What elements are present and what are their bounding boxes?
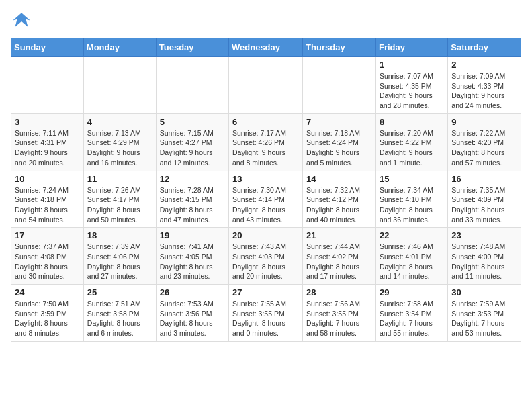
- day-of-week-header: Friday: [375, 38, 447, 57]
- calendar-cell: 20Sunrise: 7:43 AMSunset: 4:03 PMDayligh…: [229, 228, 303, 285]
- day-info: Sunrise: 7:34 AMSunset: 4:10 PMDaylight:…: [380, 185, 444, 225]
- day-info: Sunrise: 7:09 AMSunset: 4:33 PMDaylight:…: [451, 71, 517, 111]
- day-info: Sunrise: 7:30 AMSunset: 4:14 PMDaylight:…: [232, 185, 299, 225]
- day-info: Sunrise: 7:15 AMSunset: 4:27 PMDaylight:…: [160, 128, 225, 168]
- day-info: Sunrise: 7:13 AMSunset: 4:29 PMDaylight:…: [87, 128, 152, 168]
- calendar-cell: [156, 57, 228, 114]
- calendar-cell: 5Sunrise: 7:15 AMSunset: 4:27 PMDaylight…: [156, 113, 228, 171]
- calendar-cell: 29Sunrise: 7:58 AMSunset: 3:54 PMDayligh…: [375, 285, 447, 342]
- calendar-week-row: 24Sunrise: 7:50 AMSunset: 3:59 PMDayligh…: [11, 285, 521, 342]
- day-number: 2: [451, 60, 517, 70]
- day-number: 18: [87, 230, 152, 240]
- calendar-cell: 7Sunrise: 7:18 AMSunset: 4:24 PMDaylight…: [303, 113, 376, 171]
- calendar-cell: 25Sunrise: 7:51 AMSunset: 3:58 PMDayligh…: [83, 285, 156, 342]
- calendar-week-row: 3Sunrise: 7:11 AMSunset: 4:31 PMDaylight…: [11, 113, 521, 171]
- day-info: Sunrise: 7:48 AMSunset: 4:00 PMDaylight:…: [451, 242, 517, 281]
- day-info: Sunrise: 7:51 AMSunset: 3:58 PMDaylight:…: [87, 299, 152, 338]
- day-info: Sunrise: 7:43 AMSunset: 4:03 PMDaylight:…: [232, 242, 299, 281]
- calendar-body: 1Sunrise: 7:07 AMSunset: 4:35 PMDaylight…: [11, 57, 521, 342]
- day-number: 20: [232, 230, 299, 240]
- day-info: Sunrise: 7:50 AMSunset: 3:59 PMDaylight:…: [15, 299, 80, 338]
- day-info: Sunrise: 7:24 AMSunset: 4:18 PMDaylight:…: [15, 185, 80, 225]
- calendar-cell: 16Sunrise: 7:35 AMSunset: 4:09 PMDayligh…: [448, 171, 521, 228]
- day-info: Sunrise: 7:41 AMSunset: 4:05 PMDaylight:…: [160, 242, 225, 281]
- day-info: Sunrise: 7:18 AMSunset: 4:24 PMDaylight:…: [306, 128, 372, 168]
- day-number: 19: [160, 230, 225, 240]
- calendar-cell: 28Sunrise: 7:56 AMSunset: 3:55 PMDayligh…: [303, 285, 376, 342]
- day-number: 25: [87, 287, 152, 298]
- calendar-cell: 2Sunrise: 7:09 AMSunset: 4:33 PMDaylight…: [448, 57, 521, 114]
- day-info: Sunrise: 7:28 AMSunset: 4:15 PMDaylight:…: [160, 185, 225, 225]
- calendar-table: SundayMondayTuesdayWednesdayThursdayFrid…: [11, 38, 521, 342]
- logo-icon: [11, 11, 32, 32]
- calendar-cell: 13Sunrise: 7:30 AMSunset: 4:14 PMDayligh…: [229, 171, 303, 228]
- day-number: 23: [451, 230, 517, 240]
- day-number: 6: [232, 117, 299, 127]
- day-number: 15: [380, 174, 444, 184]
- calendar-week-row: 17Sunrise: 7:37 AMSunset: 4:08 PMDayligh…: [11, 228, 521, 285]
- calendar-cell: [229, 57, 303, 114]
- calendar-cell: 10Sunrise: 7:24 AMSunset: 4:18 PMDayligh…: [11, 171, 84, 228]
- calendar-cell: 3Sunrise: 7:11 AMSunset: 4:31 PMDaylight…: [11, 113, 84, 171]
- day-info: Sunrise: 7:17 AMSunset: 4:26 PMDaylight:…: [232, 128, 299, 168]
- day-number: 16: [451, 174, 517, 184]
- day-number: 28: [306, 287, 372, 298]
- day-info: Sunrise: 7:37 AMSunset: 4:08 PMDaylight:…: [15, 242, 80, 281]
- day-info: Sunrise: 7:46 AMSunset: 4:01 PMDaylight:…: [380, 242, 444, 281]
- calendar-cell: 11Sunrise: 7:26 AMSunset: 4:17 PMDayligh…: [83, 171, 156, 228]
- day-of-week-header: Monday: [83, 38, 156, 57]
- day-number: 9: [451, 117, 517, 127]
- day-number: 5: [160, 117, 225, 127]
- calendar-cell: 12Sunrise: 7:28 AMSunset: 4:15 PMDayligh…: [156, 171, 228, 228]
- calendar-cell: 4Sunrise: 7:13 AMSunset: 4:29 PMDaylight…: [83, 113, 156, 171]
- calendar-cell: 19Sunrise: 7:41 AMSunset: 4:05 PMDayligh…: [156, 228, 228, 285]
- day-info: Sunrise: 7:20 AMSunset: 4:22 PMDaylight:…: [380, 128, 444, 168]
- day-number: 21: [306, 230, 372, 240]
- day-number: 7: [306, 117, 372, 127]
- calendar-cell: 21Sunrise: 7:44 AMSunset: 4:02 PMDayligh…: [303, 228, 376, 285]
- day-number: 4: [87, 117, 152, 127]
- day-of-week-header: Thursday: [303, 38, 376, 57]
- day-info: Sunrise: 7:39 AMSunset: 4:06 PMDaylight:…: [87, 242, 152, 281]
- day-of-week-header: Wednesday: [229, 38, 303, 57]
- day-info: Sunrise: 7:53 AMSunset: 3:56 PMDaylight:…: [160, 299, 225, 338]
- calendar-cell: 26Sunrise: 7:53 AMSunset: 3:56 PMDayligh…: [156, 285, 228, 342]
- day-number: 30: [451, 287, 517, 298]
- calendar-cell: 15Sunrise: 7:34 AMSunset: 4:10 PMDayligh…: [375, 171, 447, 228]
- day-number: 11: [87, 174, 152, 184]
- day-info: Sunrise: 7:59 AMSunset: 3:53 PMDaylight:…: [451, 299, 517, 338]
- calendar-cell: 17Sunrise: 7:37 AMSunset: 4:08 PMDayligh…: [11, 228, 84, 285]
- calendar-header: SundayMondayTuesdayWednesdayThursdayFrid…: [11, 38, 521, 57]
- calendar-cell: [83, 57, 156, 114]
- day-number: 10: [15, 174, 80, 184]
- day-number: 8: [380, 117, 444, 127]
- day-info: Sunrise: 7:26 AMSunset: 4:17 PMDaylight:…: [87, 185, 152, 225]
- day-info: Sunrise: 7:58 AMSunset: 3:54 PMDaylight:…: [380, 299, 444, 338]
- day-info: Sunrise: 7:11 AMSunset: 4:31 PMDaylight:…: [15, 128, 80, 168]
- calendar-cell: [303, 57, 376, 114]
- svg-marker-0: [13, 13, 30, 27]
- calendar-cell: [11, 57, 84, 114]
- calendar-cell: 8Sunrise: 7:20 AMSunset: 4:22 PMDaylight…: [375, 113, 447, 171]
- calendar-week-row: 1Sunrise: 7:07 AMSunset: 4:35 PMDaylight…: [11, 57, 521, 114]
- day-number: 17: [15, 230, 80, 240]
- day-number: 22: [380, 230, 444, 240]
- day-info: Sunrise: 7:56 AMSunset: 3:55 PMDaylight:…: [306, 299, 372, 338]
- calendar-cell: 1Sunrise: 7:07 AMSunset: 4:35 PMDaylight…: [375, 57, 447, 114]
- calendar-cell: 27Sunrise: 7:55 AMSunset: 3:55 PMDayligh…: [229, 285, 303, 342]
- day-number: 14: [306, 174, 372, 184]
- day-info: Sunrise: 7:44 AMSunset: 4:02 PMDaylight:…: [306, 242, 372, 281]
- page-header: [11, 11, 521, 32]
- day-of-week-header: Tuesday: [156, 38, 228, 57]
- day-number: 13: [232, 174, 299, 184]
- calendar-cell: 14Sunrise: 7:32 AMSunset: 4:12 PMDayligh…: [303, 171, 376, 228]
- calendar-cell: 30Sunrise: 7:59 AMSunset: 3:53 PMDayligh…: [448, 285, 521, 342]
- day-info: Sunrise: 7:22 AMSunset: 4:20 PMDaylight:…: [451, 128, 517, 168]
- days-of-week-row: SundayMondayTuesdayWednesdayThursdayFrid…: [11, 38, 521, 57]
- day-number: 29: [380, 287, 444, 298]
- day-number: 12: [160, 174, 225, 184]
- calendar-cell: 9Sunrise: 7:22 AMSunset: 4:20 PMDaylight…: [448, 113, 521, 171]
- day-info: Sunrise: 7:35 AMSunset: 4:09 PMDaylight:…: [451, 185, 517, 225]
- day-number: 27: [232, 287, 299, 298]
- calendar-cell: 24Sunrise: 7:50 AMSunset: 3:59 PMDayligh…: [11, 285, 84, 342]
